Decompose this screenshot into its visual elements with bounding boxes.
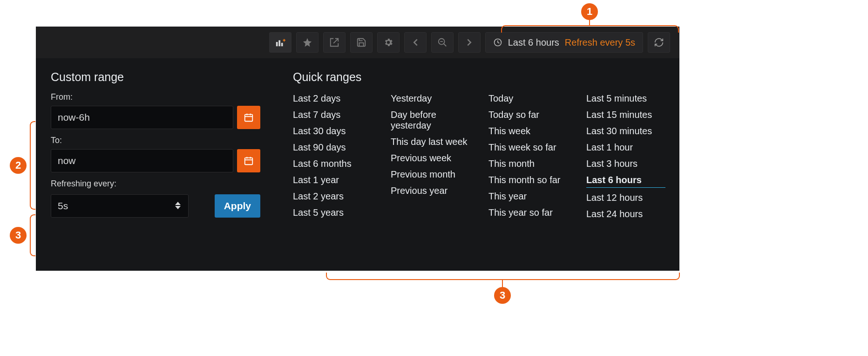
from-label: From: [51,92,260,102]
calendar-icon [244,112,254,123]
callout-3-left-bracket [30,214,35,256]
zoom-out-button[interactable] [431,32,454,53]
select-caret-icon [175,202,182,210]
star-icon [302,37,312,48]
time-prev-button[interactable] [404,32,427,53]
zoom-out-icon [437,37,448,48]
refresh-every-label: Refreshing every: [51,179,260,189]
callout-3-bottom: 3 [494,287,511,304]
custom-range-title: Custom range [51,70,260,84]
callout-2: 2 [10,157,27,174]
callout-3-connector [502,280,503,287]
quick-range-item[interactable]: Last 30 minutes [586,125,665,137]
save-icon [356,37,366,48]
svg-rect-1 [278,40,280,46]
quick-range-item[interactable]: Last 30 days [293,125,372,137]
quick-range-item[interactable]: Previous week [391,152,470,164]
quick-range-item[interactable]: Last 90 days [293,141,372,154]
quick-range-item[interactable]: Last 7 days [293,109,372,121]
share-icon [329,37,339,48]
refresh-button[interactable] [648,32,670,53]
svg-line-4 [444,44,447,47]
from-input[interactable] [51,106,233,129]
calendar-icon [244,156,254,166]
quick-range-item[interactable]: Last 5 years [293,206,372,219]
svg-rect-0 [276,42,278,46]
time-next-button[interactable] [458,32,481,53]
time-nav [404,32,481,53]
to-label: To: [51,136,260,145]
apply-button[interactable]: Apply [215,194,260,218]
time-range-label: Last 6 hours [508,37,559,48]
quick-range-column: YesterdayDay before yesterdayThis day la… [391,92,470,220]
quick-range-item[interactable]: Day before yesterday [391,109,470,132]
to-input[interactable] [51,149,233,172]
svg-rect-2 [281,43,283,46]
from-calendar-button[interactable] [237,106,260,129]
quick-range-item[interactable]: Last 2 days [293,92,372,105]
quick-range-item[interactable]: Last 3 hours [586,157,665,170]
svg-rect-11 [245,158,253,165]
quick-range-item[interactable]: This year [488,190,568,203]
callout-1-bracket [501,25,679,33]
callout-2-bracket [30,121,35,210]
quick-ranges-section: Quick ranges Last 2 daysLast 7 daysLast … [293,70,665,220]
quick-range-item[interactable]: This week [488,125,568,137]
quick-range-item[interactable]: Last 6 hours [586,174,665,188]
quick-range-column: Last 2 daysLast 7 daysLast 30 daysLast 9… [293,92,372,220]
quick-range-item[interactable]: Previous year [391,185,470,197]
add-panel-button[interactable] [269,32,292,53]
quick-range-item[interactable]: Last 6 months [293,157,372,170]
callout-3-left: 3 [10,227,27,244]
quick-range-item[interactable]: Last 12 hours [586,192,665,204]
quick-range-item[interactable]: This month [488,157,568,170]
chevron-left-icon [410,37,420,48]
gear-icon [383,37,393,48]
quick-range-column: TodayToday so farThis weekThis week so f… [488,92,568,220]
refresh-interval-select[interactable]: 5s [51,194,189,218]
callout-3-bottom-bracket [326,273,680,280]
quick-range-item[interactable]: Today [488,92,568,105]
quick-range-item[interactable]: This day last week [391,136,470,148]
quick-range-column: Last 5 minutesLast 15 minutesLast 30 min… [586,92,665,220]
save-button[interactable] [350,32,373,53]
quick-range-item[interactable]: Last 5 minutes [586,92,665,105]
refresh-interval-value: 5s [58,200,68,212]
clock-icon [493,38,502,47]
quick-range-item[interactable]: Last 24 hours [586,208,665,220]
share-button[interactable] [323,32,346,53]
svg-rect-7 [245,115,253,122]
star-button[interactable] [296,32,319,53]
bar-chart-plus-icon [275,37,285,48]
quick-range-item[interactable]: This year so far [488,206,568,219]
quick-range-item[interactable]: Last 1 hour [586,141,665,154]
to-calendar-button[interactable] [237,149,260,172]
quick-range-item[interactable]: Yesterday [391,92,470,105]
quick-range-item[interactable]: This month so far [488,174,568,186]
quick-range-item[interactable]: Previous month [391,168,470,181]
toolbar-actions [269,32,400,53]
quick-ranges-title: Quick ranges [293,70,665,84]
refresh-icon [654,37,664,48]
quick-range-item[interactable]: Last 1 year [293,174,372,186]
quick-range-item[interactable]: This week so far [488,141,568,154]
custom-range-section: Custom range From: To: [51,70,260,220]
chevron-right-icon [464,37,475,48]
refresh-interval-label: Refresh every 5s [565,37,635,48]
settings-button[interactable] [377,32,400,53]
quick-range-item[interactable]: Last 15 minutes [586,109,665,121]
callout-1: 1 [581,3,598,20]
quick-range-item[interactable]: Last 2 years [293,190,372,203]
quick-range-item[interactable]: Today so far [488,109,568,121]
timepicker-button[interactable]: Last 6 hours Refresh every 5s [485,32,643,53]
